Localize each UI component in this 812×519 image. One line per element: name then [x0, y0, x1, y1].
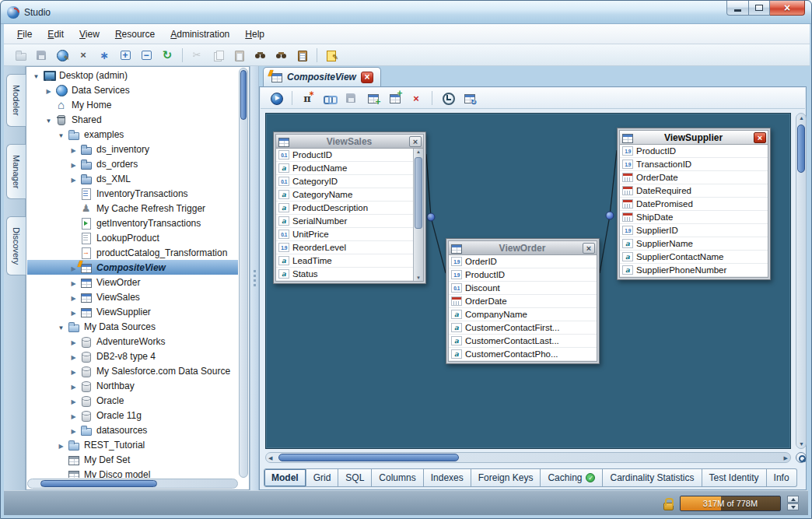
- tab-close-button[interactable]: [361, 72, 373, 83]
- ProductID[interactable]: ProductID: [620, 145, 768, 158]
- tree-expander-icon[interactable]: [57, 321, 65, 332]
- view-window-close-button[interactable]: [409, 136, 422, 147]
- scrollbar-thumb[interactable]: [415, 157, 422, 229]
- menu-item[interactable]: Edit: [40, 26, 71, 42]
- menu-item[interactable]: Help: [238, 26, 271, 42]
- tree-expander-icon[interactable]: [69, 366, 78, 377]
- find-button[interactable]: [250, 46, 269, 64]
- CategoryName[interactable]: CategoryName: [276, 188, 413, 202]
- tree-expander-icon[interactable]: [69, 292, 78, 303]
- DateRequired[interactable]: DateRequired: [620, 184, 768, 198]
- model-canvas[interactable]: ViewSales ProductID ProductName: [265, 113, 791, 449]
- view-window-titlebar[interactable]: ViewSales: [275, 134, 424, 149]
- view-window-titlebar[interactable]: ViewOrder: [448, 240, 597, 255]
- tree-expander-icon[interactable]: [69, 425, 78, 436]
- tree-expander-icon[interactable]: [69, 410, 78, 421]
- delete-button[interactable]: ×: [74, 46, 93, 64]
- tree-item[interactable]: My Home: [27, 97, 238, 112]
- Discount[interactable]: Discount: [449, 282, 597, 295]
- schedule-button[interactable]: [438, 89, 457, 107]
- add-column-button[interactable]: [363, 89, 382, 107]
- menu-item[interactable]: Resource: [108, 26, 162, 42]
- CustomerContactLast...[interactable]: CustomerContactLast...: [449, 335, 597, 348]
- side-tab[interactable]: Manager: [6, 144, 26, 199]
- ProductID[interactable]: ProductID: [276, 149, 413, 162]
- SupplierName[interactable]: SupplierName: [620, 237, 768, 251]
- panel-splitter[interactable]: [250, 66, 259, 490]
- tree-item[interactable]: ds_orders: [27, 156, 238, 171]
- view-window-close-button[interactable]: [583, 243, 595, 254]
- TransactionID[interactable]: TransactionID: [620, 158, 768, 171]
- tree-expander-icon[interactable]: [69, 159, 78, 170]
- maximize-button[interactable]: [749, 1, 770, 16]
- tree-item[interactable]: My Salesforce.com Data Source: [27, 363, 238, 378]
- tree-item[interactable]: datasources: [27, 423, 238, 437]
- spinner-down-button[interactable]: [787, 503, 799, 510]
- tree-item[interactable]: Shared: [27, 112, 238, 127]
- tree-expander-icon[interactable]: [57, 440, 65, 451]
- SupplierPhoneNumber[interactable]: SupplierPhoneNumber: [620, 264, 768, 277]
- tree-item[interactable]: AdventureWorks: [27, 334, 238, 349]
- tree-expander-icon[interactable]: [69, 262, 78, 273]
- tree-item[interactable]: Oracle 11g: [27, 408, 238, 423]
- add-table-button[interactable]: [385, 89, 404, 107]
- minimize-button[interactable]: [726, 1, 749, 16]
- memory-gauge[interactable]: 317M of 778M: [680, 496, 781, 511]
- OrderDate[interactable]: OrderDate: [449, 295, 597, 308]
- tree-item[interactable]: ds_inventory: [27, 142, 238, 156]
- zoom-icon[interactable]: [796, 452, 807, 463]
- link-button[interactable]: [320, 89, 338, 107]
- tab-indexes[interactable]: Indexes: [424, 468, 471, 487]
- tree-item[interactable]: ds_XML: [27, 171, 238, 186]
- menu-item[interactable]: Administration: [163, 26, 236, 42]
- CompanyName[interactable]: CompanyName: [449, 308, 597, 321]
- scrollbar-thumb[interactable]: [40, 480, 157, 487]
- refresh-table-button[interactable]: [460, 89, 478, 107]
- ProductID[interactable]: ProductID: [449, 268, 597, 282]
- tree-expander-icon[interactable]: [69, 351, 78, 362]
- tree-expander-icon[interactable]: [69, 336, 78, 347]
- SupplierContactName[interactable]: SupplierContactName: [620, 251, 768, 264]
- tree-item[interactable]: examples: [27, 127, 238, 142]
- tree-item[interactable]: Northbay: [27, 378, 238, 393]
- close-button[interactable]: [770, 1, 805, 16]
- tab-columns[interactable]: Columns: [372, 468, 423, 487]
- tab-sql[interactable]: SQL: [338, 468, 372, 487]
- tree-expander-icon[interactable]: [69, 380, 78, 391]
- SerialNumber[interactable]: SerialNumber: [276, 215, 413, 228]
- tree-item[interactable]: DB2-v8 type 4: [27, 349, 238, 363]
- paste-button[interactable]: [229, 46, 248, 64]
- side-tab[interactable]: Discovery: [6, 216, 26, 275]
- refresh-button[interactable]: ↻: [158, 46, 177, 64]
- menu-item[interactable]: File: [10, 26, 39, 42]
- delete-button[interactable]: ×: [407, 89, 425, 107]
- tree-item[interactable]: My Def Set: [27, 452, 238, 467]
- SupplierID[interactable]: SupplierID: [620, 224, 768, 237]
- spinner-up-button[interactable]: [787, 496, 799, 503]
- view-window-viewsupplier[interactable]: ViewSupplier ProductID Transactio: [617, 128, 771, 280]
- tab-foreign-keys[interactable]: Foreign Keys: [471, 468, 541, 487]
- tree-item[interactable]: Desktop (admin): [27, 68, 238, 82]
- OrderID[interactable]: OrderID: [449, 255, 597, 268]
- find-next-button[interactable]: [271, 46, 290, 64]
- CategoryID[interactable]: CategoryID: [276, 175, 413, 188]
- canvas-vertical-scrollbar[interactable]: [796, 113, 807, 449]
- cut-button[interactable]: ✂: [187, 46, 206, 64]
- tab-caching[interactable]: Caching: [541, 468, 603, 487]
- view-window-close-button[interactable]: [754, 132, 766, 143]
- tree-expander-icon[interactable]: [69, 144, 78, 155]
- CustomerContactPho...[interactable]: CustomerContactPho...: [449, 348, 597, 361]
- scrollbar-thumb[interactable]: [278, 454, 459, 461]
- tree-expander-icon[interactable]: [44, 85, 53, 96]
- tree-item[interactable]: Oracle: [27, 393, 238, 408]
- tab-info[interactable]: Info: [767, 468, 797, 487]
- OrderDate[interactable]: OrderDate: [620, 171, 768, 184]
- tree-expander-icon[interactable]: [69, 174, 78, 184]
- ShipDate[interactable]: ShipDate: [620, 211, 768, 224]
- CustomerContactFirst...[interactable]: CustomerContactFirst...: [449, 321, 597, 335]
- document-tab[interactable]: CompositeView: [263, 67, 381, 86]
- canvas-horizontal-scrollbar[interactable]: [265, 452, 791, 463]
- ProductName[interactable]: ProductName: [276, 162, 413, 175]
- tree-item[interactable]: ViewSupplier: [27, 304, 238, 319]
- view-window-titlebar[interactable]: ViewSupplier: [619, 130, 768, 145]
